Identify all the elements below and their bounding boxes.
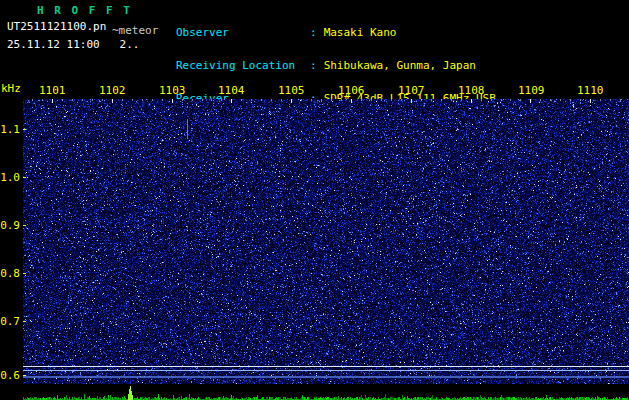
x-tick-label: 1109 [518, 85, 545, 96]
info-label: Observer [176, 27, 310, 38]
x-tick-label: 1107 [398, 85, 425, 96]
signal-level-canvas [23, 385, 629, 400]
x-tick-label: 1102 [99, 85, 126, 96]
y-tick-label: 1.0 [0, 172, 20, 183]
x-tick-label: 1105 [278, 85, 305, 96]
x-tick-label: 1106 [338, 85, 365, 96]
y-tick-label: 0.7 [0, 316, 20, 327]
app-title: H R O F F T [37, 5, 132, 16]
x-axis-labels: 1101 1102 1103 1104 1105 1106 1107 1108 … [0, 85, 629, 96]
info-label: Receiving Location [176, 60, 310, 71]
datetime-label: 25.11.12 11:00 2.. [7, 39, 139, 50]
info-row-location: Receiving Location:Shibukawa, Gunma, Jap… [176, 60, 529, 71]
info-value: Shibukawa, Gunma, Japan [324, 60, 476, 71]
spectrogram-canvas [23, 99, 629, 384]
y-tick-label: 1.1 [0, 124, 20, 135]
y-axis-labels: kHz 1.1 1.0 0.9 0.8 0.7 0.6 [0, 0, 23, 400]
hrofft-output: H R O F F T UT2511121100.pn ~meteor 25.1… [0, 0, 629, 400]
x-tick-label: 1108 [458, 85, 485, 96]
x-tick-label: 1110 [577, 85, 604, 96]
y-axis-unit: kHz [1, 83, 23, 94]
x-tick-label: 1103 [159, 85, 186, 96]
info-value: Masaki Kano [324, 27, 397, 38]
y-tick-label: 0.9 [0, 220, 20, 231]
info-separator: : [310, 27, 317, 38]
y-tick-label: 0.8 [0, 268, 20, 279]
overlay-meteor-label: ~meteor [112, 25, 158, 36]
x-tick-label: 1104 [218, 85, 245, 96]
x-tick-label: 1101 [39, 85, 66, 96]
y-tick-label: 0.6 [0, 370, 20, 381]
info-row-observer: Observer:Masaki Kano [176, 27, 529, 38]
info-separator: : [310, 60, 317, 71]
